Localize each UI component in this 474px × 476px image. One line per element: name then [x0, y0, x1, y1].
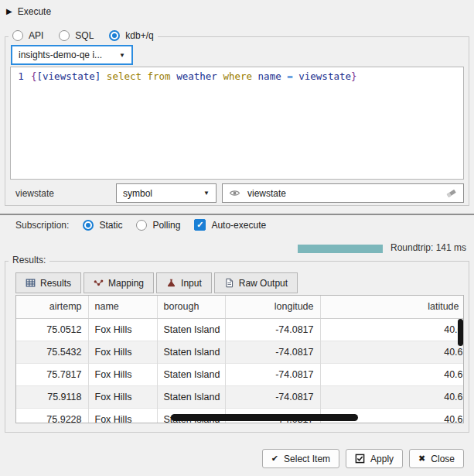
subscription-row: Subscription: Static Polling ✓ Auto-exec…: [15, 219, 266, 231]
eraser-icon[interactable]: [445, 187, 457, 199]
parameter-type-value: symbol: [123, 188, 152, 199]
tab-input[interactable]: Input: [156, 272, 212, 293]
tab-mapping-label: Mapping: [108, 278, 144, 289]
radio-sql-label: SQL: [75, 30, 94, 41]
table-cell[interactable]: 40.61: [320, 341, 464, 363]
parameter-name-label: viewstate: [15, 188, 54, 199]
code-editor[interactable]: 1 {[viewstate] select from weather where…: [10, 67, 464, 180]
table-cell[interactable]: Fox Hills: [88, 318, 157, 341]
table-cell[interactable]: Staten Island: [157, 363, 225, 385]
apply-button[interactable]: Apply: [346, 449, 403, 468]
table-row[interactable]: 75.7817Fox HillsStaten Island-74.081740.…: [16, 363, 464, 385]
checkbox-check-icon: [355, 454, 365, 464]
radio-static-circle[interactable]: [83, 220, 94, 231]
roundtrip-text: Roundtrip: 141 ms: [390, 242, 466, 253]
connection-dropdown[interactable]: insights-demo-qe i... ▼: [11, 45, 133, 65]
radio-sql-circle[interactable]: [59, 30, 70, 41]
table-cell[interactable]: Staten Island: [157, 318, 225, 341]
column-header[interactable]: latitude: [320, 296, 464, 318]
auto-execute-checkbox[interactable]: ✓: [194, 219, 206, 231]
chevron-down-icon: ▼: [203, 190, 210, 197]
tab-raw-output[interactable]: Raw Output: [214, 272, 298, 293]
column-header[interactable]: name: [88, 296, 157, 318]
radio-kdbq-circle[interactable]: [109, 30, 120, 41]
radio-polling[interactable]: Polling: [136, 220, 180, 231]
query-dialog: ▶ Execute API SQL kdb+/q insights-demo-q…: [0, 0, 474, 476]
collapse-triangle-icon[interactable]: ▶: [6, 8, 12, 15]
tab-input-label: Input: [181, 278, 202, 289]
parameter-value-text: viewstate: [247, 188, 286, 199]
table-cell[interactable]: Fox Hills: [88, 385, 157, 408]
radio-api[interactable]: API: [12, 30, 43, 41]
table-cell[interactable]: -74.0817: [225, 363, 320, 385]
table-cell[interactable]: 75.9228: [16, 408, 88, 423]
line-number: 1: [11, 70, 31, 82]
table-cell[interactable]: 75.5432: [16, 341, 88, 363]
document-icon: [224, 278, 234, 288]
apply-label: Apply: [370, 454, 394, 464]
table-cell[interactable]: 75.0512: [16, 318, 88, 341]
table-row[interactable]: 75.0512Fox HillsStaten Island-74.081740.…: [16, 318, 464, 341]
table-cell[interactable]: 40.61: [320, 385, 464, 408]
table-cell[interactable]: Fox Hills: [88, 363, 157, 385]
table-cell[interactable]: 40.61: [320, 318, 464, 341]
chevron-down-icon: ▼: [119, 52, 125, 59]
check-icon: ✓: [196, 220, 203, 230]
table-cell[interactable]: Staten Island: [157, 341, 225, 363]
close-label: Close: [431, 454, 455, 464]
radio-api-circle[interactable]: [12, 30, 23, 41]
table-row[interactable]: 75.9118Fox HillsStaten Island-74.081740.…: [16, 385, 464, 408]
vertical-scrollbar-thumb[interactable]: [458, 319, 463, 346]
subscription-label: Subscription:: [15, 220, 69, 231]
radio-sql[interactable]: SQL: [59, 30, 94, 41]
tab-mapping[interactable]: Mapping: [84, 272, 154, 293]
table-cell[interactable]: Staten Island: [157, 385, 225, 408]
mapping-icon: [94, 278, 104, 288]
table-cell[interactable]: -74.0817: [225, 318, 320, 341]
table-row[interactable]: 75.5432Fox HillsStaten Island-74.081740.…: [16, 341, 464, 363]
radio-kdbq-label: kdb+/q: [125, 30, 153, 41]
results-table: airtempnameboroughlongitudelatitude 75.0…: [16, 296, 464, 423]
table-header-row: airtempnameboroughlongitudelatitude: [16, 296, 464, 318]
close-button[interactable]: ✖ Close: [409, 449, 464, 468]
results-tabs: Results Mapping Input: [15, 272, 298, 293]
radio-api-label: API: [29, 30, 43, 41]
results-table-container: airtempnameboroughlongitudelatitude 75.0…: [15, 295, 464, 423]
check-icon: ✔: [271, 454, 278, 464]
roundtrip-progress-bar: [298, 245, 383, 253]
footer-buttons: ✔ Select Item Apply ✖ Close: [262, 449, 464, 468]
table-cell[interactable]: -74.0817: [225, 385, 320, 408]
radio-static[interactable]: Static: [83, 220, 122, 231]
column-header[interactable]: airtemp: [16, 296, 88, 318]
radio-kdbq[interactable]: kdb+/q: [109, 30, 153, 41]
auto-execute-checkbox-item[interactable]: ✓ Auto-execute: [194, 219, 266, 231]
flask-icon: [166, 278, 176, 288]
parameter-type-dropdown[interactable]: symbol ▼: [116, 183, 217, 203]
column-header[interactable]: longitude: [225, 296, 320, 318]
splitter-handle[interactable]: [0, 214, 474, 215]
select-item-label: Select Item: [284, 454, 330, 464]
execute-label: Execute: [18, 6, 51, 17]
horizontal-scrollbar-thumb[interactable]: [171, 414, 358, 421]
code-line: 1 {[viewstate] select from weather where…: [11, 67, 463, 82]
table-cell[interactable]: -74.0817: [225, 341, 320, 363]
connection-dropdown-value: insights-demo-qe i...: [19, 50, 102, 60]
radio-polling-circle[interactable]: [136, 220, 147, 231]
execute-section-header[interactable]: ▶ Execute: [6, 6, 51, 17]
table-cell[interactable]: Fox Hills: [88, 341, 157, 363]
eye-icon: [229, 187, 240, 199]
tab-raw-output-label: Raw Output: [239, 278, 288, 289]
parameter-value-input[interactable]: viewstate: [222, 183, 464, 203]
table-cell[interactable]: Fox Hills: [88, 408, 157, 423]
select-item-button[interactable]: ✔ Select Item: [262, 449, 339, 468]
table-cell[interactable]: 40.61: [320, 363, 464, 385]
close-icon: ✖: [418, 454, 425, 464]
query-mode-radios: API SQL kdb+/q: [9, 30, 158, 41]
column-header[interactable]: borough: [157, 296, 225, 318]
table-cell[interactable]: 75.9118: [16, 385, 88, 408]
table-cell[interactable]: 75.7817: [16, 363, 88, 385]
results-groupbox-legend: Results:: [9, 255, 49, 265]
tab-results[interactable]: Results: [15, 272, 81, 293]
code-line-tokens: {[viewstate] select from weather where n…: [31, 70, 357, 82]
radio-static-label: Static: [99, 220, 122, 231]
